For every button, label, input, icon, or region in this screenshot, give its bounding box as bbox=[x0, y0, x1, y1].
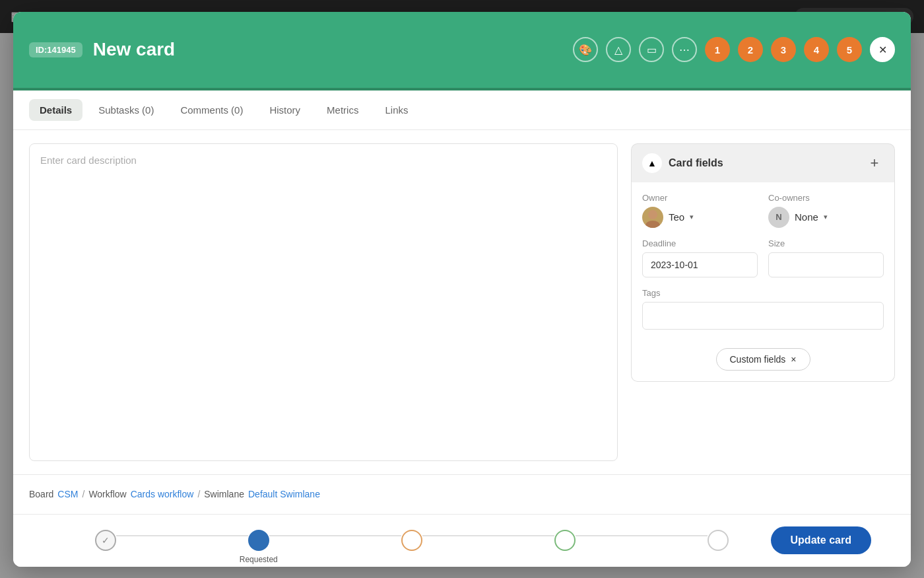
card-modal: ID:141945 New card 🎨 △ ▭ ⋯ 1 bbox=[13, 12, 911, 567]
custom-fields-label: Custom fields bbox=[730, 354, 786, 365]
avatar-label-1: 1 bbox=[715, 44, 720, 55]
owner-label: Owner bbox=[642, 193, 758, 203]
status-step-5[interactable] bbox=[708, 530, 729, 551]
swimlane-link[interactable]: Default Swimlane bbox=[248, 489, 320, 499]
deadline-size-row: Deadline Size bbox=[642, 238, 884, 277]
triangle-icon: △ bbox=[614, 44, 622, 56]
avatar-1[interactable]: 1 bbox=[705, 37, 730, 62]
tags-row: Tags bbox=[642, 288, 884, 330]
modal-overlay: ID:141945 New card 🎨 △ ▭ ⋯ 1 bbox=[0, 0, 924, 578]
coowner-avatar: N bbox=[768, 207, 789, 228]
more-icon: ⋯ bbox=[679, 44, 690, 56]
sep-1: / bbox=[82, 489, 84, 499]
custom-fields-button[interactable]: Custom fields × bbox=[716, 348, 810, 371]
update-card-button[interactable]: Update card bbox=[771, 526, 871, 554]
tab-links[interactable]: Links bbox=[374, 99, 418, 121]
owner-chevron-icon: ▾ bbox=[690, 213, 694, 221]
coowners-value[interactable]: N None ▾ bbox=[768, 207, 884, 228]
tags-field: Tags bbox=[642, 288, 884, 330]
step-2-circle bbox=[248, 530, 269, 551]
size-label: Size bbox=[768, 238, 884, 248]
modal-header: ID:141945 New card 🎨 △ ▭ ⋯ 1 bbox=[13, 12, 911, 88]
step-line-3 bbox=[422, 535, 554, 536]
tab-history[interactable]: History bbox=[259, 99, 311, 121]
owner-row: Owner Teo ▾ bbox=[642, 193, 884, 228]
owner-name: Teo bbox=[669, 211, 684, 223]
avatar-3[interactable]: 3 bbox=[771, 37, 796, 62]
owner-field: Owner Teo ▾ bbox=[642, 193, 758, 228]
status-steps: ✓ Requested bbox=[53, 530, 771, 551]
tab-metrics[interactable]: Metrics bbox=[316, 99, 369, 121]
description-area[interactable]: Enter card description bbox=[29, 143, 618, 461]
card-fields-title: Card fields bbox=[669, 157, 723, 169]
sep-2: / bbox=[197, 489, 200, 499]
card-title: New card bbox=[93, 39, 176, 60]
modal-footer: Board CSM / Workflow Cards workflow / Sw… bbox=[13, 474, 911, 514]
card-id-badge: ID:141945 bbox=[29, 42, 82, 57]
size-field: Size bbox=[768, 238, 884, 277]
deadline-label: Deadline bbox=[642, 238, 758, 248]
triangle-button[interactable]: △ bbox=[606, 37, 631, 62]
coowners-label: Co-owners bbox=[768, 193, 884, 203]
owner-avatar-svg bbox=[642, 207, 663, 228]
step-line-4 bbox=[576, 535, 708, 536]
modal-header-right: 🎨 △ ▭ ⋯ 1 2 3 bbox=[573, 37, 895, 62]
owner-avatar bbox=[642, 207, 663, 228]
deadline-field: Deadline bbox=[642, 238, 758, 277]
avatar-2[interactable]: 2 bbox=[738, 37, 763, 62]
card-fields-expand-icon[interactable]: ▲ bbox=[642, 153, 662, 173]
add-field-button[interactable]: + bbox=[865, 154, 884, 172]
coowners-field: Co-owners N None ▾ bbox=[768, 193, 884, 228]
close-button[interactable]: ✕ bbox=[870, 37, 895, 62]
close-icon: ✕ bbox=[878, 44, 887, 56]
tab-comments[interactable]: Comments (0) bbox=[170, 99, 253, 121]
avatar-label-5: 5 bbox=[847, 44, 852, 55]
tab-details[interactable]: Details bbox=[29, 99, 82, 121]
custom-fields-close-icon: × bbox=[791, 354, 796, 365]
swimlane-label: Swimlane bbox=[204, 489, 244, 499]
avatar-label-3: 3 bbox=[781, 44, 786, 55]
avatar-5[interactable]: 5 bbox=[837, 37, 862, 62]
step-2-label: Requested bbox=[240, 555, 278, 564]
avatar-label-4: 4 bbox=[814, 44, 819, 55]
status-step-2[interactable]: Requested bbox=[248, 530, 269, 551]
palette-button[interactable]: 🎨 bbox=[573, 37, 598, 62]
tabs-bar: Details Subtasks (0) Comments (0) Histor… bbox=[13, 90, 911, 130]
card-fields-body: Owner Teo ▾ bbox=[631, 182, 895, 382]
svg-point-1 bbox=[645, 221, 660, 228]
status-bar: ✓ Requested bbox=[13, 514, 911, 567]
step-line-1 bbox=[116, 535, 248, 536]
avatar-4[interactable]: 4 bbox=[804, 37, 829, 62]
board-link[interactable]: CSM bbox=[57, 489, 78, 499]
workflow-link[interactable]: Cards workflow bbox=[131, 489, 194, 499]
card-fields-header: ▲ Card fields + bbox=[631, 143, 895, 182]
status-step-3[interactable] bbox=[401, 530, 422, 551]
right-panel: ▲ Card fields + Owner bbox=[631, 143, 895, 461]
size-input[interactable] bbox=[768, 252, 884, 277]
tags-input[interactable] bbox=[642, 302, 884, 330]
tags-label: Tags bbox=[642, 288, 884, 298]
card-fields-header-left: ▲ Card fields bbox=[642, 153, 723, 173]
layout-button[interactable]: ▭ bbox=[639, 37, 664, 62]
coowner-name: None bbox=[795, 211, 818, 223]
more-button[interactable]: ⋯ bbox=[672, 37, 697, 62]
step-5-circle bbox=[708, 530, 729, 551]
deadline-input[interactable] bbox=[642, 252, 758, 277]
modal-body: Enter card description ▲ Card fields + bbox=[13, 130, 911, 474]
description-placeholder: Enter card description bbox=[40, 155, 137, 166]
workflow-label: Workflow bbox=[88, 489, 126, 499]
coowner-chevron-icon: ▾ bbox=[824, 213, 828, 221]
step-1-circle: ✓ bbox=[95, 530, 116, 551]
status-step-1[interactable]: ✓ bbox=[95, 530, 116, 551]
coowner-initial: N bbox=[776, 212, 781, 222]
owner-value[interactable]: Teo ▾ bbox=[642, 207, 758, 228]
status-step-4[interactable] bbox=[554, 530, 576, 551]
layout-icon: ▭ bbox=[647, 44, 657, 56]
avatar-label-2: 2 bbox=[748, 44, 753, 55]
svg-point-0 bbox=[648, 210, 657, 219]
step-4-circle bbox=[554, 530, 576, 551]
tab-subtasks[interactable]: Subtasks (0) bbox=[88, 99, 164, 121]
modal-header-left: ID:141945 New card bbox=[29, 39, 175, 60]
step-3-circle bbox=[401, 530, 422, 551]
board-label: Board bbox=[29, 489, 53, 499]
